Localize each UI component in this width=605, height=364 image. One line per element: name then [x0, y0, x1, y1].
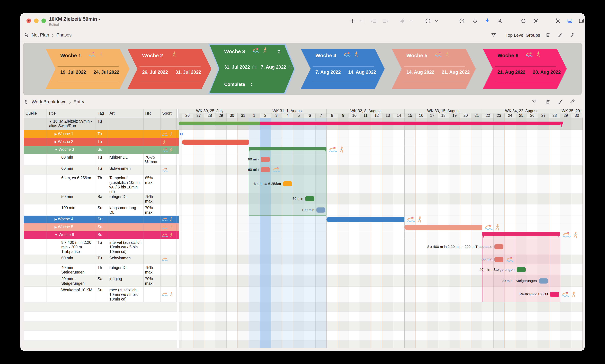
table-row[interactable]: ▶ Woche 2Tu: [24, 138, 177, 146]
help-icon[interactable]: [459, 18, 465, 24]
table-row[interactable]: ▶ Woche 1Tu: [24, 130, 177, 138]
bar-offscreen-left-marker[interactable]: «: [180, 130, 183, 137]
table-row[interactable]: 60 minTuSchwimmen: [24, 255, 177, 264]
attachment-icon[interactable]: [399, 18, 405, 24]
task-bar[interactable]: [316, 208, 326, 213]
task-bar[interactable]: [539, 278, 548, 284]
breadcrumb-entry[interactable]: Entry: [74, 99, 84, 104]
task-bar[interactable]: [550, 292, 559, 297]
breadcrumb-work-breakdown[interactable]: Work Breakdown: [32, 99, 66, 104]
table-row-empty[interactable]: [24, 340, 177, 348]
task-bar[interactable]: [494, 257, 504, 262]
table-row[interactable]: ▼ Woche 6Su: [24, 231, 177, 239]
phase-summary-bracket[interactable]: [249, 147, 327, 150]
table-row[interactable]: ▶ Woche 5Su: [24, 223, 177, 231]
task-bar[interactable]: [305, 196, 314, 201]
phase-arrow-woche-6[interactable]: Woche 621. Aug 202228. Aug 2022: [483, 49, 567, 89]
user-icon[interactable]: [497, 18, 503, 24]
table-row[interactable]: Wettkampf 10 KMSurace (zusätzlich 10min …: [24, 286, 177, 302]
panel-bottom-icon[interactable]: [567, 18, 573, 24]
phase-arrow-woche-3[interactable]: Woche 331. Jul 20227. Aug 2022Complete: [210, 45, 294, 93]
task-bar[interactable]: [261, 157, 270, 162]
phase-arrow-woche-1[interactable]: Woche 119. Jul 202224. Jul 2022: [46, 49, 130, 89]
activity-icon[interactable]: [484, 18, 490, 24]
filter-icon[interactable]: [491, 32, 496, 38]
phase-arrow-woche-2[interactable]: Woche 226. Jul 202231. Jul 2022: [128, 49, 211, 89]
table-gantt-splitter[interactable]: [177, 109, 179, 348]
calendar-icon[interactable]: [252, 65, 256, 69]
phase-title: Woche 1: [60, 53, 81, 58]
table-row[interactable]: 50 minSaruhiger DL75% max: [24, 193, 177, 204]
disclosure-closed-icon[interactable]: ▶: [54, 225, 58, 229]
table-row[interactable]: ▼ 10KM Zielzeit: 59min - alias Swim/RunT…: [24, 118, 177, 130]
table-row[interactable]: 6 km, ca 6:25/kmThTempolauf (zusätzlich …: [24, 175, 177, 193]
disclosure-closed-icon[interactable]: ▶: [54, 132, 58, 136]
column-header-sport[interactable]: Sport: [160, 109, 177, 118]
disclosure-open-icon[interactable]: ▼: [49, 120, 53, 123]
outdent-icon[interactable]: [382, 18, 388, 24]
table-row-empty[interactable]: [24, 321, 177, 331]
add-chevron-icon[interactable]: [359, 19, 363, 23]
minimize-button[interactable]: [34, 18, 39, 23]
browse-icon[interactable]: [533, 18, 539, 24]
table-row[interactable]: 60 minTuSchwimmen: [24, 165, 177, 175]
table-row[interactable]: 100 minSulangsamer lang DL70% max: [24, 204, 177, 216]
table-row[interactable]: 60 minTuruhiger DL70-75 % max: [24, 154, 177, 165]
column-header-hr[interactable]: HR: [144, 109, 160, 118]
column-header-art[interactable]: Art: [108, 109, 144, 118]
settings-wrench-icon[interactable]: [570, 99, 575, 104]
task-bar[interactable]: [261, 167, 270, 172]
sync-icon[interactable]: [521, 18, 526, 24]
wb-breadcrumb[interactable]: Work Breakdown › Entry: [24, 95, 84, 109]
task-bar[interactable]: [283, 181, 292, 186]
column-header-tag[interactable]: Tag: [96, 109, 108, 118]
indent-icon[interactable]: [371, 18, 376, 24]
outline-icon[interactable]: [545, 99, 551, 104]
add-icon[interactable]: [350, 18, 355, 24]
zoom-button[interactable]: [41, 18, 46, 23]
close-button[interactable]: [26, 18, 31, 23]
filter-label[interactable]: Top Level Groups: [505, 32, 540, 38]
table-row-empty[interactable]: [24, 302, 177, 312]
disclosure-closed-icon[interactable]: ▶: [54, 218, 58, 221]
filter-icon[interactable]: [532, 99, 537, 104]
table-row[interactable]: 8 x 400 m in 2:20 min - 200 m TrabpauseT…: [24, 239, 177, 255]
style-brush-icon[interactable]: [557, 32, 563, 38]
project-summary-bar[interactable]: [260, 122, 560, 125]
notifications-icon[interactable]: [472, 18, 478, 24]
task-bar[interactable]: [494, 244, 504, 249]
more-icon[interactable]: [425, 18, 431, 24]
phase-arrow-woche-5[interactable]: Woche 514. Aug 202221. Aug 2022: [392, 49, 476, 89]
style-brush-icon[interactable]: [557, 99, 563, 104]
disclosure-closed-icon[interactable]: ▶: [54, 140, 58, 144]
netplan-breadcrumb[interactable]: Net Plan › Phases: [24, 28, 72, 42]
disclosure-open-icon[interactable]: ▼: [54, 233, 59, 237]
table-row[interactable]: 20 min - SteigerungenSajogging70% max: [24, 275, 177, 286]
phase-arrow-woche-4[interactable]: Woche 47. Aug 202214. Aug 2022: [301, 49, 385, 89]
column-header-quelle[interactable]: Quelle: [24, 109, 47, 118]
phase-bar[interactable]: [182, 140, 249, 145]
table-row-empty[interactable]: [24, 312, 177, 321]
table-row[interactable]: 40 min - SteigerungenThruhiger DL75% max: [24, 264, 177, 275]
attachment-chevron-icon[interactable]: [409, 19, 413, 23]
phase-bar[interactable]: [327, 217, 404, 222]
column-header-title[interactable]: Title: [47, 109, 96, 118]
more-chevron-icon[interactable]: [435, 19, 438, 23]
breadcrumb-phases[interactable]: Phases: [56, 32, 72, 38]
calendar-icon[interactable]: [288, 65, 293, 69]
outline-icon[interactable]: [545, 32, 551, 38]
phase-summary-bracket[interactable]: [482, 232, 560, 236]
disclosure-open-icon[interactable]: ▼: [54, 148, 59, 151]
table-row[interactable]: ▼ Woche 3Su: [24, 146, 177, 154]
table-row[interactable]: ▶ Woche 4Su: [24, 216, 177, 223]
collapse-chevrons-icon[interactable]: [276, 49, 282, 55]
breadcrumb-net-plan[interactable]: Net Plan: [32, 32, 49, 38]
panel-right-icon[interactable]: [579, 18, 584, 24]
settings-wrench-icon[interactable]: [570, 32, 575, 38]
collapse-chevrons-icon[interactable]: [276, 49, 282, 55]
phase-bar[interactable]: [404, 225, 482, 230]
task-bar[interactable]: [517, 267, 526, 272]
stepper-icon[interactable]: [250, 82, 253, 87]
settings-tools-icon[interactable]: [555, 18, 561, 24]
table-row-empty[interactable]: [24, 331, 177, 340]
